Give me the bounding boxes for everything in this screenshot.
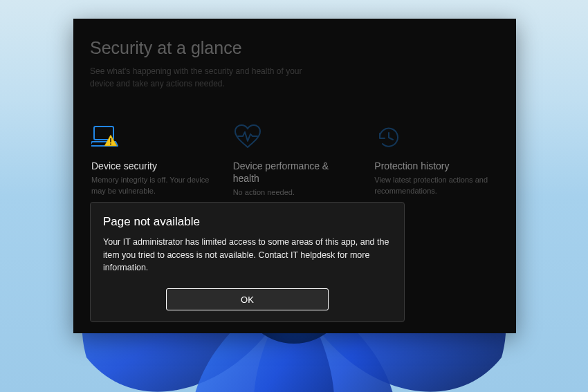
- card-desc: Memory integrity is off. Your device may…: [91, 175, 215, 197]
- heart-pulse-icon: [233, 124, 357, 151]
- ok-button[interactable]: OK: [166, 288, 329, 310]
- device-security-icon: [91, 124, 215, 151]
- card-device-security[interactable]: Device security Memory integrity is off.…: [90, 121, 217, 201]
- card-desc: No action needed.: [233, 187, 357, 198]
- page-subtitle: See what's happening with the security a…: [90, 65, 325, 90]
- dialog-title: Page not available: [103, 215, 392, 229]
- history-clock-icon: [374, 124, 498, 151]
- card-protection-history[interactable]: Protection history View latest protectio…: [373, 121, 499, 201]
- card-desc: View latest protection actions and recom…: [374, 175, 498, 197]
- svg-rect-2: [110, 138, 111, 142]
- dialog-actions: OK: [103, 288, 392, 310]
- security-cards-row: Device security Memory integrity is off.…: [90, 121, 499, 201]
- card-title: Protection history: [374, 160, 498, 172]
- card-title: Device performance & health: [233, 160, 357, 185]
- dialog-body: Your IT administrator has limited access…: [103, 236, 392, 274]
- page-not-available-dialog: Page not available Your IT administrator…: [90, 202, 405, 322]
- card-performance-health[interactable]: Device performance & health No action ne…: [232, 121, 358, 201]
- svg-rect-3: [110, 144, 111, 145]
- security-window: Security at a glance See what's happenin…: [73, 19, 516, 333]
- page-title: Security at a glance: [90, 38, 499, 58]
- card-title: Device security: [91, 160, 215, 172]
